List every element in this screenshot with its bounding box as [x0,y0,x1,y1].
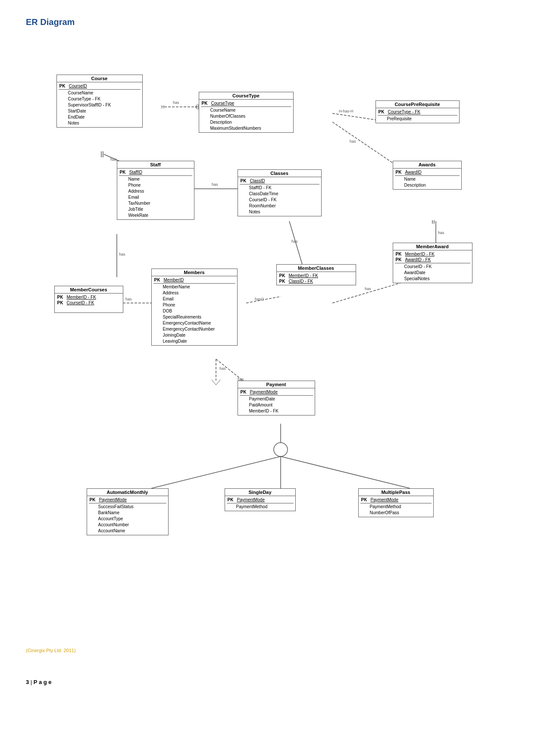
entity-automaticMonthly: AutomaticMonthly PK PaymentMode SuccessF… [87,488,169,535]
pk-label: PK [279,279,287,284]
courseType-fields: CourseNameNumberOfClassesDescriptionMaxi… [201,107,291,131]
page-label: P a g e [34,679,52,685]
svg-text:has: has [119,252,125,256]
entity-memberAward-title: MemberAward [393,243,472,250]
er-diagram: has H H H-has-H has has Ψ has has has ha… [31,36,505,639]
page-number: 3 | P a g e [26,679,509,685]
svg-line-18 [289,221,302,264]
field-paymentMode: PaymentMode [250,390,278,394]
entity-payment-title: Payment [238,381,315,388]
field-classID: ClassID [250,178,265,183]
entity-memberAward: MemberAward PK MemberID - FK PK AwardID … [393,243,472,283]
field-classID-fk: ClassID - FK [289,279,313,284]
pk-label: PK [57,300,65,305]
automaticMonthly-fields: SuccessFailStatusBankNameAccountTypeAcco… [89,504,166,534]
field-paymentMode-mp: PaymentMode [371,497,398,502]
svg-line-36 [151,456,281,488]
classes-fields: StaffID - FKClassDateTimeCourseID - FKRo… [240,185,319,215]
pk-label: PK [396,170,404,175]
svg-text:has: has [291,239,298,244]
svg-point-34 [274,443,288,456]
field-memberID-fk: MemberID - FK [405,252,435,256]
field-memberID: MemberID [164,278,184,282]
field-paymentMode-sd: PaymentMode [237,497,265,502]
svg-text:has: has [212,182,218,187]
svg-text:hasO: hasO [255,297,264,301]
field-courseType-fk: CourseType - FK [388,109,421,114]
entity-singleDay: SingleDay PK PaymentMode PaymentMethod [225,488,296,511]
entity-classes-title: Classes [238,170,321,177]
awards-fields: NameDescription [395,176,460,188]
pk-label: PK [241,178,248,183]
memberAward-fields: CourseID - FKAwardDateSpecialNotes [395,264,470,282]
members-fields: MemberNameAddressEmailPhoneDOBSpecialReu… [153,284,235,344]
entity-members-title: Members [152,269,237,276]
footer-copyright: (Cinergix Pty Ltd. 2011) [26,648,509,653]
pk-label: PK [202,101,210,106]
field-staffID: StaffID [129,170,142,175]
svg-text:has: has [173,100,179,105]
coursePreRequisite-fields: PreRequisite [378,116,457,122]
field-courseID: CourseID [69,84,87,88]
entity-members: Members PK MemberID MemberNameAddressEma… [151,269,238,346]
pk-label: PK [396,257,404,262]
entity-payment: Payment PK PaymentMode PaymentDatePaidAm… [238,381,315,415]
entity-courseType-title: CourseType [199,92,293,100]
page-title: ER Diagram [26,17,509,27]
entity-awards-title: Awards [393,161,461,169]
entity-singleDay-title: SingleDay [225,489,295,496]
entity-coursePreRequisite-title: CoursePreRequisite [376,101,459,108]
pk-label: PK [228,497,235,502]
entity-multiplePass-title: MultiplePass [359,489,433,496]
course-fields: CourseNameCourseType - FKSupervisorStaff… [59,90,141,126]
entity-staff-title: Staff [117,161,194,169]
svg-line-28 [246,297,281,303]
svg-text:has: has [438,231,444,235]
svg-line-7 [332,122,393,163]
entity-memberCourses: MemberCourses PK MemberID - FK PK Course… [54,286,123,313]
entity-memberClasses: MemberClasses PK MemberID - FK PK ClassI… [276,264,356,285]
field-memberID-fk3: MemberID - FK [289,273,318,278]
entity-memberClasses-title: MemberClasses [277,265,356,272]
pk-label: PK [379,109,386,114]
svg-line-5 [332,113,375,120]
entity-course-title: Course [57,75,142,82]
payment-fields: PaymentDatePaidAmountMemberID - FK [240,396,313,414]
svg-text:has: has [125,297,132,301]
pk-label: PK [57,295,65,300]
pk-label: PK [90,497,97,502]
field-awardID: AwardID [405,170,422,175]
staff-fields: NamePhoneAddressEmailTaxNumberJobTitleWe… [119,176,192,219]
multiplePass-fields: PaymentMethodNumberOfPass [360,504,432,516]
pk-label: PK [279,273,287,278]
svg-text:has: has [350,139,356,144]
svg-line-38 [281,456,410,488]
field-courseType: CourseType [211,101,235,106]
field-memberID-fk2: MemberID - FK [67,295,96,300]
field-awardID-fk: AwardID - FK [405,257,431,262]
singleDay-fields: PaymentMethod [227,504,294,510]
entity-courseType: CourseType PK CourseType CourseNameNumbe… [199,92,294,133]
pk-label: PK [120,170,128,175]
entity-staff: Staff PK StaffID NamePhoneAddressEmailTa… [117,161,194,220]
svg-text:H: H [161,105,164,109]
pk-label: PK [241,390,248,394]
entity-memberCourses-title: MemberCourses [55,286,123,294]
svg-text:has: has [219,366,226,371]
pk-label: PK [59,84,67,88]
pk-label: PK [154,278,162,282]
entity-automaticMonthly-title: AutomaticMonthly [87,489,168,496]
svg-text:H-has-H: H-has-H [339,109,354,113]
pk-label: PK [396,252,404,256]
svg-text:has: has [110,157,117,162]
entity-course: Course PK CourseID CourseNameCourseType … [56,75,143,128]
entity-classes: Classes PK ClassID StaffID - FKClassDate… [238,169,322,216]
entity-multiplePass: MultiplePass PK PaymentMode PaymentMetho… [358,488,434,517]
entity-awards: Awards PK AwardID NameDescription [393,161,462,190]
memberCourses-fields [56,306,121,312]
svg-text:has: has [365,287,371,291]
field-courseID-fk: CourseID - FK [67,300,94,305]
pk-label: PK [361,497,369,502]
field-paymentMode-am: PaymentMode [99,497,127,502]
entity-coursePreRequisite: CoursePreRequisite PK CourseType - FK Pr… [375,100,460,123]
